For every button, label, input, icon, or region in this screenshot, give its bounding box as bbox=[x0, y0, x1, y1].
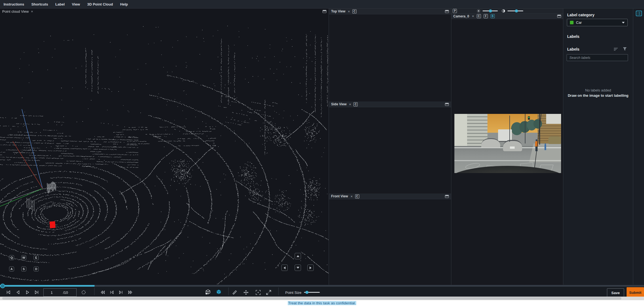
point-size-slider[interactable] bbox=[304, 292, 320, 293]
box-mode-button[interactable]: B bbox=[491, 14, 495, 18]
filter-icon[interactable] bbox=[623, 47, 627, 51]
no-labels-text: No labels added bbox=[563, 88, 633, 92]
key-e[interactable]: E bbox=[34, 255, 39, 260]
horizontal-scrollbar[interactable] bbox=[0, 297, 644, 300]
label-category-heading: Label category bbox=[567, 13, 595, 17]
labels-list-heading: Labels bbox=[567, 47, 579, 51]
divider bbox=[228, 287, 229, 295]
pan-down-button[interactable] bbox=[295, 265, 301, 271]
close-icon[interactable]: × bbox=[348, 10, 350, 13]
front-view-header: Front View × C bbox=[329, 193, 451, 199]
skip-to-first-frame-icon[interactable] bbox=[6, 290, 11, 295]
key-q[interactable]: Q bbox=[9, 255, 14, 260]
add-cuboid-icon[interactable] bbox=[205, 289, 211, 295]
contrast-icon bbox=[502, 9, 505, 13]
camera-header: Camera_0 × C F B bbox=[451, 14, 563, 19]
brightness-slider-thumb[interactable] bbox=[489, 9, 492, 12]
center-camera-button[interactable]: C bbox=[355, 194, 359, 198]
top-view-header: Top View × C bbox=[329, 9, 451, 14]
fit-to-frame-icon[interactable] bbox=[256, 290, 261, 295]
loop-playback-icon[interactable] bbox=[81, 290, 86, 295]
menu-instructions[interactable]: Instructions bbox=[4, 2, 24, 6]
previous-frame-icon[interactable] bbox=[15, 290, 20, 295]
cuboid-tool-active-icon[interactable] bbox=[216, 289, 222, 295]
divider bbox=[94, 287, 95, 295]
divider bbox=[633, 9, 633, 285]
maximize-window-icon[interactable] bbox=[445, 103, 449, 106]
menubar: Instructions Shortcuts Label View 3D Poi… bbox=[0, 0, 644, 9]
camera-toolbar: P bbox=[451, 9, 563, 14]
close-icon[interactable]: × bbox=[349, 103, 351, 106]
contrast-slider[interactable] bbox=[507, 11, 523, 11]
rewind-frames-icon[interactable] bbox=[100, 290, 105, 295]
pointcloud-canvas[interactable] bbox=[0, 9, 329, 285]
frame-progress-track[interactable] bbox=[0, 285, 644, 287]
center-camera-button[interactable]: C bbox=[477, 14, 481, 18]
pointcloud-header: Point cloud View × bbox=[0, 9, 329, 14]
play-icon[interactable] bbox=[25, 290, 30, 295]
car-left-lane bbox=[481, 138, 500, 148]
expand-icon[interactable] bbox=[266, 290, 271, 295]
ruler-icon[interactable] bbox=[232, 290, 237, 295]
menu-label[interactable]: Label bbox=[55, 2, 65, 6]
scrollbar-thumb[interactable] bbox=[2, 297, 621, 300]
brightness-icon bbox=[477, 9, 480, 13]
fast-forward-frames-icon[interactable] bbox=[128, 290, 133, 295]
pan-up-button[interactable] bbox=[295, 253, 301, 259]
divider bbox=[278, 287, 279, 295]
lead-car-plate bbox=[510, 147, 515, 149]
frame-counter: /10 bbox=[43, 288, 77, 297]
contrast-slider-thumb[interactable] bbox=[515, 9, 518, 12]
building-right-white bbox=[546, 114, 561, 124]
close-icon[interactable]: × bbox=[350, 195, 353, 198]
frame-progress-thumb[interactable] bbox=[0, 284, 5, 288]
key-d[interactable]: D bbox=[34, 266, 39, 271]
camera-title: Camera_0 bbox=[453, 14, 469, 18]
side-view-header: Side View × C bbox=[329, 101, 451, 107]
pan-left-button[interactable] bbox=[281, 265, 288, 271]
fisheye-button[interactable]: F bbox=[484, 14, 488, 18]
maximize-window-icon[interactable] bbox=[557, 15, 561, 18]
building-left-face bbox=[454, 114, 467, 149]
close-icon[interactable]: × bbox=[472, 14, 474, 18]
draw-hint-text: Draw on the image to start labelling bbox=[563, 93, 633, 98]
center-camera-button[interactable]: C bbox=[352, 9, 357, 14]
label-list-panel-toggle-icon[interactable] bbox=[636, 11, 642, 16]
front-view-panel: Front View × C bbox=[329, 193, 451, 285]
step-forward-icon[interactable] bbox=[119, 290, 123, 295]
camera-image[interactable] bbox=[454, 114, 561, 173]
maximize-window-icon[interactable] bbox=[445, 10, 449, 13]
front-view-title: Front View bbox=[331, 194, 348, 198]
arrow-down-icon bbox=[297, 267, 299, 269]
stop-line bbox=[454, 160, 561, 161]
submit-button[interactable]: Submit bbox=[627, 287, 644, 298]
pan-right-button[interactable] bbox=[307, 265, 314, 271]
brightness-slider[interactable] bbox=[483, 11, 498, 11]
point-size-slider-thumb[interactable] bbox=[305, 291, 308, 294]
menu-help[interactable]: Help bbox=[120, 2, 128, 6]
skip-to-last-frame-icon[interactable] bbox=[34, 290, 39, 295]
sort-icon[interactable] bbox=[614, 48, 618, 51]
key-s[interactable]: S bbox=[21, 266, 26, 271]
move-icon[interactable] bbox=[244, 290, 248, 295]
key-w[interactable]: W bbox=[21, 255, 26, 260]
labels-heading: Labels bbox=[567, 34, 579, 39]
maximize-window-icon[interactable] bbox=[323, 10, 326, 13]
key-a[interactable]: A bbox=[9, 266, 14, 271]
menu-3d-point-cloud[interactable]: 3D Point Cloud bbox=[87, 2, 113, 6]
frame-number-input[interactable] bbox=[44, 291, 60, 295]
step-back-icon[interactable] bbox=[109, 290, 114, 295]
center-camera-button[interactable]: C bbox=[354, 102, 358, 106]
arrow-left-icon bbox=[284, 266, 286, 269]
top-view-panel: Top View × C bbox=[329, 9, 451, 101]
close-icon[interactable]: × bbox=[31, 10, 33, 13]
menu-shortcuts[interactable]: Shortcuts bbox=[31, 2, 48, 6]
search-labels-input[interactable] bbox=[567, 54, 628, 61]
projection-button[interactable]: P bbox=[453, 9, 457, 13]
menu-view[interactable]: View bbox=[72, 2, 80, 6]
label-category-dropdown[interactable]: Car bbox=[567, 19, 628, 26]
save-button[interactable]: Save bbox=[607, 288, 624, 297]
maximize-window-icon[interactable] bbox=[445, 195, 449, 198]
bollard bbox=[544, 143, 546, 150]
frame-total: /10 bbox=[63, 291, 68, 295]
